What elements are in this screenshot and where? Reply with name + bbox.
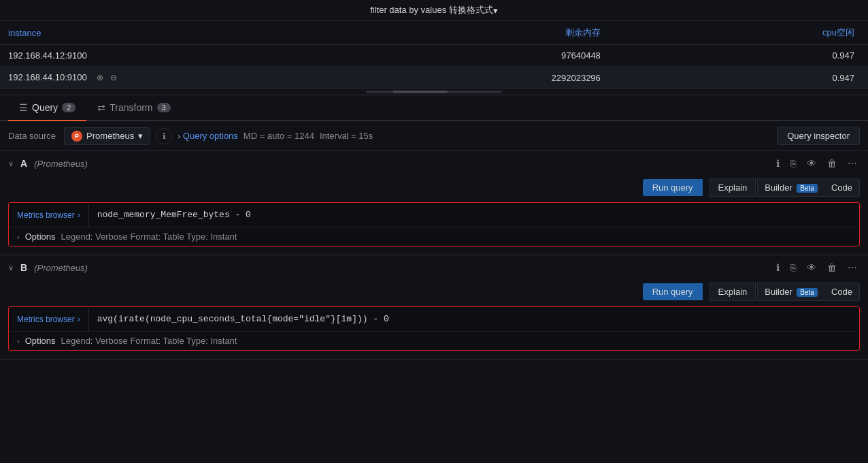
beta-badge-b: Beta bbox=[797, 288, 818, 297]
query-a-options-detail: Legend: Verbose Format: Table Type: Inst… bbox=[61, 232, 237, 242]
builder-b-button[interactable]: Builder Beta bbox=[757, 283, 824, 301]
query-a-right-btns: Run query Explain Builder Beta Code bbox=[643, 178, 860, 197]
scrollbar-thumb bbox=[393, 91, 448, 93]
datasource-label: Data source bbox=[8, 131, 56, 141]
query-b-editor: Metrics browser › › Options Legend: Verb… bbox=[8, 306, 860, 351]
metrics-browser-a-button[interactable]: Metrics browser › bbox=[9, 204, 89, 227]
datasource-selector[interactable]: P Prometheus ▾ bbox=[64, 127, 150, 145]
query-b-more-icon[interactable]: ⋯ bbox=[845, 261, 860, 274]
zoom-out-icon[interactable]: ⊖ bbox=[108, 72, 119, 83]
query-b-options-collapse[interactable]: › bbox=[17, 337, 20, 345]
prometheus-icon: P bbox=[71, 131, 82, 142]
scrollbar-track bbox=[366, 91, 502, 93]
query-b-copy-icon[interactable]: ⎘ bbox=[788, 261, 799, 274]
query-a-letter: A bbox=[20, 158, 27, 169]
query-b-trash-icon[interactable]: 🗑 bbox=[824, 261, 839, 274]
transform-tab-icon: ⇄ bbox=[97, 102, 105, 113]
query-b-info-icon[interactable]: ℹ bbox=[773, 261, 782, 274]
datasource-bar: Data source P Prometheus ▾ ℹ › Query opt… bbox=[0, 121, 868, 151]
datasource-name: Prometheus bbox=[86, 131, 134, 141]
datasource-info-button[interactable]: ℹ bbox=[156, 128, 172, 144]
beta-badge-a: Beta bbox=[797, 184, 818, 193]
col-header-cpu[interactable]: cpu空闲 bbox=[609, 21, 868, 45]
query-a-source: (Prometheus) bbox=[34, 159, 88, 169]
tab-query-label: Query bbox=[32, 102, 58, 113]
cell-cpu-1: 0.947 bbox=[609, 67, 868, 89]
cell-memory-0: 97640448 bbox=[293, 45, 609, 67]
query-a-trash-icon[interactable]: 🗑 bbox=[824, 157, 839, 170]
query-options-label: Query options bbox=[183, 131, 238, 141]
query-b-eye-icon[interactable]: 👁 bbox=[804, 261, 819, 274]
data-table: instance 剩余内存 cpu空闲 192.168.44.12:9100 9… bbox=[0, 21, 868, 89]
builder-a-button[interactable]: Builder Beta bbox=[757, 178, 824, 197]
builder-code-group-a: Builder Beta Code bbox=[757, 178, 860, 197]
query-b-options-row: › Options Legend: Verbose Format: Table … bbox=[9, 331, 859, 350]
cell-cpu-0: 0.947 bbox=[609, 45, 868, 67]
query-b-input[interactable] bbox=[89, 307, 859, 331]
data-table-area: filter data by values 转换格式式 ▾ instance 剩… bbox=[0, 0, 868, 95]
query-a-input[interactable] bbox=[89, 203, 859, 227]
zoom-in-icon[interactable]: ⊕ bbox=[95, 72, 105, 83]
query-a-info-icon[interactable]: ℹ bbox=[773, 157, 782, 170]
query-b-options-label: Options bbox=[25, 336, 56, 346]
interval-label: Interval = 15s bbox=[320, 131, 373, 141]
query-inspector-button[interactable]: Query inspector bbox=[777, 127, 860, 145]
run-query-a-button[interactable]: Run query bbox=[643, 179, 703, 196]
explain-a-button[interactable]: Explain bbox=[710, 178, 756, 197]
query-b-run-row: Run query Explain Builder Beta Code bbox=[0, 280, 868, 306]
query-a-actions: ℹ ⎘ 👁 🗑 ⋯ bbox=[773, 157, 860, 170]
query-a-editor-top: Metrics browser › bbox=[9, 203, 859, 227]
query-b-source: (Prometheus) bbox=[34, 263, 88, 273]
cell-memory-1: 2292023296 bbox=[293, 67, 609, 89]
query-b-header: ∨ B (Prometheus) ℹ ⎘ 👁 🗑 ⋯ bbox=[0, 255, 868, 280]
table-row: 192.168.44.12:9100 97640448 0.947 bbox=[0, 45, 868, 67]
query-options-arrow: › bbox=[178, 132, 180, 140]
query-a-collapse[interactable]: ∨ bbox=[8, 159, 14, 168]
code-a-button[interactable]: Code bbox=[824, 178, 860, 197]
query-a-options-label: Options bbox=[25, 232, 56, 242]
row-action-icons: ⊕ ⊖ bbox=[95, 72, 119, 83]
query-a-options-row: › Options Legend: Verbose Format: Table … bbox=[9, 227, 859, 246]
query-a-eye-icon[interactable]: 👁 bbox=[804, 157, 819, 170]
query-b-collapse[interactable]: ∨ bbox=[8, 264, 14, 272]
filter-bar-arrow: ▾ bbox=[493, 5, 498, 16]
query-tab-icon: ☰ bbox=[19, 102, 28, 113]
query-a-editor: Metrics browser › › Options Legend: Verb… bbox=[8, 202, 860, 246]
builder-code-group-b: Builder Beta Code bbox=[757, 283, 860, 301]
panel-tabs: ☰ Query 2 ⇄ Transform 3 bbox=[0, 95, 868, 121]
query-b-body: Run query Explain Builder Beta Code Metr… bbox=[0, 280, 868, 359]
filter-bar[interactable]: filter data by values 转换格式式 ▾ bbox=[0, 0, 868, 21]
query-a-options-collapse[interactable]: › bbox=[17, 233, 20, 241]
cell-instance-1: 192.168.44.10:9100 ⊕ ⊖ bbox=[0, 67, 293, 89]
tab-transform[interactable]: ⇄ Transform 3 bbox=[86, 95, 181, 121]
run-query-b-button[interactable]: Run query bbox=[643, 283, 703, 300]
query-b-options-detail: Legend: Verbose Format: Table Type: Inst… bbox=[61, 336, 237, 346]
explain-b-button[interactable]: Explain bbox=[710, 283, 756, 301]
datasource-arrow: ▾ bbox=[138, 131, 143, 141]
query-options-toggle[interactable]: › Query options bbox=[178, 131, 238, 141]
tab-transform-label: Transform bbox=[110, 102, 152, 113]
metrics-browser-b-arrow: › bbox=[78, 315, 80, 324]
tab-query-badge: 2 bbox=[62, 103, 76, 112]
md-label: MD = auto = 1244 bbox=[244, 131, 314, 141]
tab-transform-badge: 3 bbox=[157, 103, 171, 112]
query-a-more-icon[interactable]: ⋯ bbox=[845, 157, 860, 170]
col-header-instance[interactable]: instance bbox=[0, 21, 293, 45]
code-b-button[interactable]: Code bbox=[824, 283, 860, 301]
query-block-a: ∨ A (Prometheus) ℹ ⎘ 👁 🗑 ⋯ Run query Exp… bbox=[0, 151, 868, 255]
filter-bar-label: filter data by values 转换格式式 bbox=[370, 4, 493, 16]
query-block-b: ∨ B (Prometheus) ℹ ⎘ 👁 🗑 ⋯ Run query Exp… bbox=[0, 255, 868, 360]
tab-query[interactable]: ☰ Query 2 bbox=[8, 95, 86, 121]
query-a-copy-icon[interactable]: ⎘ bbox=[788, 157, 799, 170]
query-a-header: ∨ A (Prometheus) ℹ ⎘ 👁 🗑 ⋯ bbox=[0, 151, 868, 176]
col-header-memory[interactable]: 剩余内存 bbox=[293, 21, 609, 45]
query-b-actions: ℹ ⎘ 👁 🗑 ⋯ bbox=[773, 261, 860, 274]
metrics-browser-b-button[interactable]: Metrics browser › bbox=[9, 308, 89, 331]
query-a-run-row: Run query Explain Builder Beta Code bbox=[0, 176, 868, 202]
cell-instance-0: 192.168.44.12:9100 bbox=[0, 45, 293, 67]
table-scrollbar[interactable] bbox=[0, 89, 868, 95]
query-b-editor-top: Metrics browser › bbox=[9, 307, 859, 331]
query-a-body: Run query Explain Builder Beta Code Metr… bbox=[0, 176, 868, 255]
query-b-right-btns: Run query Explain Builder Beta Code bbox=[643, 283, 860, 301]
metrics-browser-a-arrow: › bbox=[78, 210, 80, 220]
